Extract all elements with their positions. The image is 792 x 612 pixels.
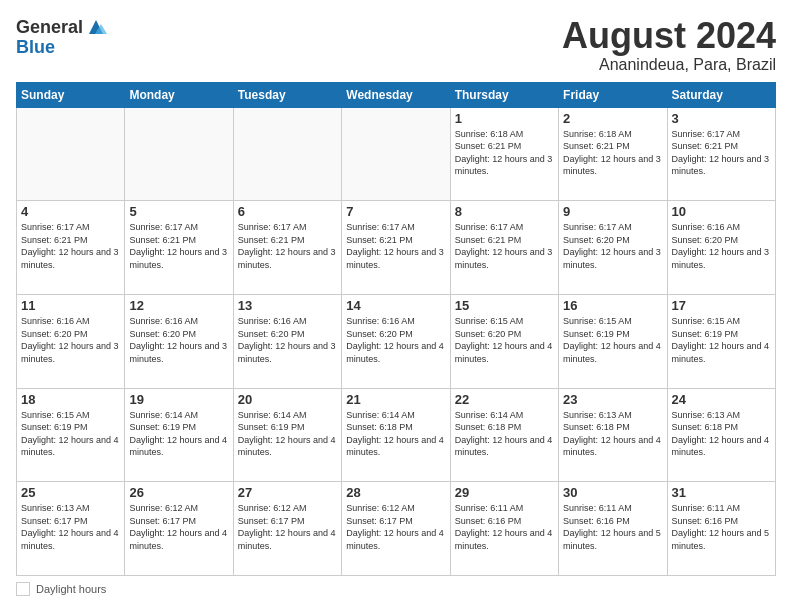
calendar-day-cell: 6Sunrise: 6:17 AM Sunset: 6:21 PM Daylig… bbox=[233, 201, 341, 295]
day-number: 24 bbox=[672, 392, 771, 407]
page: General Blue August 2024 Ananindeua, Par… bbox=[0, 0, 792, 612]
day-info: Sunrise: 6:16 AM Sunset: 6:20 PM Dayligh… bbox=[21, 315, 120, 365]
calendar-day-cell: 14Sunrise: 6:16 AM Sunset: 6:20 PM Dayli… bbox=[342, 294, 450, 388]
day-info: Sunrise: 6:16 AM Sunset: 6:20 PM Dayligh… bbox=[129, 315, 228, 365]
day-number: 3 bbox=[672, 111, 771, 126]
page-subtitle: Ananindeua, Para, Brazil bbox=[562, 56, 776, 74]
day-number: 9 bbox=[563, 204, 662, 219]
calendar-week-row: 4Sunrise: 6:17 AM Sunset: 6:21 PM Daylig… bbox=[17, 201, 776, 295]
logo-general-text: General bbox=[16, 18, 83, 36]
day-number: 29 bbox=[455, 485, 554, 500]
day-info: Sunrise: 6:17 AM Sunset: 6:20 PM Dayligh… bbox=[563, 221, 662, 271]
calendar-day-cell: 2Sunrise: 6:18 AM Sunset: 6:21 PM Daylig… bbox=[559, 107, 667, 201]
day-info: Sunrise: 6:14 AM Sunset: 6:19 PM Dayligh… bbox=[129, 409, 228, 459]
day-info: Sunrise: 6:16 AM Sunset: 6:20 PM Dayligh… bbox=[238, 315, 337, 365]
day-info: Sunrise: 6:15 AM Sunset: 6:20 PM Dayligh… bbox=[455, 315, 554, 365]
day-number: 26 bbox=[129, 485, 228, 500]
calendar-day-cell: 17Sunrise: 6:15 AM Sunset: 6:19 PM Dayli… bbox=[667, 294, 775, 388]
day-info: Sunrise: 6:12 AM Sunset: 6:17 PM Dayligh… bbox=[238, 502, 337, 552]
day-number: 1 bbox=[455, 111, 554, 126]
calendar-day-cell bbox=[342, 107, 450, 201]
day-info: Sunrise: 6:17 AM Sunset: 6:21 PM Dayligh… bbox=[455, 221, 554, 271]
day-number: 10 bbox=[672, 204, 771, 219]
day-number: 11 bbox=[21, 298, 120, 313]
calendar-day-cell: 20Sunrise: 6:14 AM Sunset: 6:19 PM Dayli… bbox=[233, 388, 341, 482]
day-info: Sunrise: 6:17 AM Sunset: 6:21 PM Dayligh… bbox=[672, 128, 771, 178]
day-info: Sunrise: 6:18 AM Sunset: 6:21 PM Dayligh… bbox=[455, 128, 554, 178]
day-number: 15 bbox=[455, 298, 554, 313]
day-info: Sunrise: 6:14 AM Sunset: 6:18 PM Dayligh… bbox=[346, 409, 445, 459]
day-info: Sunrise: 6:15 AM Sunset: 6:19 PM Dayligh… bbox=[563, 315, 662, 365]
day-number: 21 bbox=[346, 392, 445, 407]
calendar-day-cell: 5Sunrise: 6:17 AM Sunset: 6:21 PM Daylig… bbox=[125, 201, 233, 295]
day-info: Sunrise: 6:17 AM Sunset: 6:21 PM Dayligh… bbox=[238, 221, 337, 271]
calendar-day-cell: 7Sunrise: 6:17 AM Sunset: 6:21 PM Daylig… bbox=[342, 201, 450, 295]
day-number: 19 bbox=[129, 392, 228, 407]
day-info: Sunrise: 6:16 AM Sunset: 6:20 PM Dayligh… bbox=[672, 221, 771, 271]
calendar-day-header: Saturday bbox=[667, 82, 775, 107]
day-info: Sunrise: 6:18 AM Sunset: 6:21 PM Dayligh… bbox=[563, 128, 662, 178]
calendar-day-header: Tuesday bbox=[233, 82, 341, 107]
calendar-day-cell: 16Sunrise: 6:15 AM Sunset: 6:19 PM Dayli… bbox=[559, 294, 667, 388]
calendar-week-row: 1Sunrise: 6:18 AM Sunset: 6:21 PM Daylig… bbox=[17, 107, 776, 201]
day-number: 7 bbox=[346, 204, 445, 219]
calendar-day-cell: 23Sunrise: 6:13 AM Sunset: 6:18 PM Dayli… bbox=[559, 388, 667, 482]
calendar-week-row: 11Sunrise: 6:16 AM Sunset: 6:20 PM Dayli… bbox=[17, 294, 776, 388]
day-info: Sunrise: 6:17 AM Sunset: 6:21 PM Dayligh… bbox=[21, 221, 120, 271]
day-number: 14 bbox=[346, 298, 445, 313]
calendar-day-cell bbox=[17, 107, 125, 201]
daylight-box-icon bbox=[16, 582, 30, 596]
day-number: 30 bbox=[563, 485, 662, 500]
calendar-day-header: Sunday bbox=[17, 82, 125, 107]
calendar-day-cell: 9Sunrise: 6:17 AM Sunset: 6:20 PM Daylig… bbox=[559, 201, 667, 295]
calendar-day-cell: 29Sunrise: 6:11 AM Sunset: 6:16 PM Dayli… bbox=[450, 482, 558, 576]
calendar-week-row: 25Sunrise: 6:13 AM Sunset: 6:17 PM Dayli… bbox=[17, 482, 776, 576]
calendar-table: SundayMondayTuesdayWednesdayThursdayFrid… bbox=[16, 82, 776, 576]
day-number: 13 bbox=[238, 298, 337, 313]
calendar-day-cell: 8Sunrise: 6:17 AM Sunset: 6:21 PM Daylig… bbox=[450, 201, 558, 295]
day-info: Sunrise: 6:15 AM Sunset: 6:19 PM Dayligh… bbox=[21, 409, 120, 459]
header: General Blue August 2024 Ananindeua, Par… bbox=[16, 16, 776, 74]
calendar-day-cell: 3Sunrise: 6:17 AM Sunset: 6:21 PM Daylig… bbox=[667, 107, 775, 201]
calendar-day-cell: 26Sunrise: 6:12 AM Sunset: 6:17 PM Dayli… bbox=[125, 482, 233, 576]
calendar-day-header: Thursday bbox=[450, 82, 558, 107]
calendar-day-cell bbox=[125, 107, 233, 201]
calendar-header-row: SundayMondayTuesdayWednesdayThursdayFrid… bbox=[17, 82, 776, 107]
day-info: Sunrise: 6:14 AM Sunset: 6:19 PM Dayligh… bbox=[238, 409, 337, 459]
day-number: 18 bbox=[21, 392, 120, 407]
day-number: 6 bbox=[238, 204, 337, 219]
page-title: August 2024 bbox=[562, 16, 776, 56]
day-number: 20 bbox=[238, 392, 337, 407]
day-info: Sunrise: 6:12 AM Sunset: 6:17 PM Dayligh… bbox=[129, 502, 228, 552]
daylight-label: Daylight hours bbox=[36, 583, 106, 595]
day-number: 8 bbox=[455, 204, 554, 219]
calendar-day-cell: 31Sunrise: 6:11 AM Sunset: 6:16 PM Dayli… bbox=[667, 482, 775, 576]
calendar-day-cell: 28Sunrise: 6:12 AM Sunset: 6:17 PM Dayli… bbox=[342, 482, 450, 576]
calendar-day-cell: 25Sunrise: 6:13 AM Sunset: 6:17 PM Dayli… bbox=[17, 482, 125, 576]
day-number: 25 bbox=[21, 485, 120, 500]
day-number: 4 bbox=[21, 204, 120, 219]
day-number: 16 bbox=[563, 298, 662, 313]
calendar-day-header: Friday bbox=[559, 82, 667, 107]
day-number: 31 bbox=[672, 485, 771, 500]
day-info: Sunrise: 6:13 AM Sunset: 6:17 PM Dayligh… bbox=[21, 502, 120, 552]
day-info: Sunrise: 6:13 AM Sunset: 6:18 PM Dayligh… bbox=[672, 409, 771, 459]
calendar-day-cell: 11Sunrise: 6:16 AM Sunset: 6:20 PM Dayli… bbox=[17, 294, 125, 388]
calendar-day-cell bbox=[233, 107, 341, 201]
logo: General Blue bbox=[16, 16, 107, 56]
calendar-day-cell: 24Sunrise: 6:13 AM Sunset: 6:18 PM Dayli… bbox=[667, 388, 775, 482]
calendar-day-cell: 19Sunrise: 6:14 AM Sunset: 6:19 PM Dayli… bbox=[125, 388, 233, 482]
day-number: 22 bbox=[455, 392, 554, 407]
day-info: Sunrise: 6:13 AM Sunset: 6:18 PM Dayligh… bbox=[563, 409, 662, 459]
day-number: 23 bbox=[563, 392, 662, 407]
calendar-day-cell: 30Sunrise: 6:11 AM Sunset: 6:16 PM Dayli… bbox=[559, 482, 667, 576]
calendar-week-row: 18Sunrise: 6:15 AM Sunset: 6:19 PM Dayli… bbox=[17, 388, 776, 482]
day-info: Sunrise: 6:17 AM Sunset: 6:21 PM Dayligh… bbox=[346, 221, 445, 271]
day-info: Sunrise: 6:12 AM Sunset: 6:17 PM Dayligh… bbox=[346, 502, 445, 552]
logo-icon bbox=[85, 16, 107, 38]
day-info: Sunrise: 6:17 AM Sunset: 6:21 PM Dayligh… bbox=[129, 221, 228, 271]
calendar-day-header: Monday bbox=[125, 82, 233, 107]
day-number: 12 bbox=[129, 298, 228, 313]
day-info: Sunrise: 6:11 AM Sunset: 6:16 PM Dayligh… bbox=[563, 502, 662, 552]
calendar-day-cell: 10Sunrise: 6:16 AM Sunset: 6:20 PM Dayli… bbox=[667, 201, 775, 295]
